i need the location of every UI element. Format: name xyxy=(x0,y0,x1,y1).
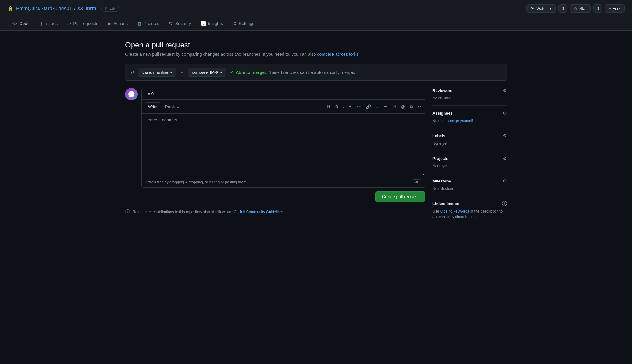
bottom-info: i Remember, contributions to this reposi… xyxy=(125,209,425,214)
tab-projects-label: Projects xyxy=(143,21,159,26)
fork-button[interactable]: ⑂ Fork xyxy=(605,4,625,13)
compare-forks-link[interactable]: compare across forks. xyxy=(317,52,360,57)
italic-icon[interactable]: I xyxy=(342,104,345,110)
repo-path: PmmQuickStartGuides01 / s3_infra xyxy=(16,6,96,11)
preview-tab[interactable]: Preview xyxy=(161,103,183,111)
security-icon: 🛡 xyxy=(169,21,173,26)
reviewers-value: No reviews xyxy=(432,96,451,100)
create-pr-button[interactable]: Create pull request xyxy=(375,191,425,202)
merge-auto-text: These branches can be automatically merg… xyxy=(268,70,357,75)
tab-insights[interactable]: 📈 Insights xyxy=(196,17,228,30)
issues-icon: ◎ xyxy=(40,21,43,26)
sidebar-milestone-section: Milestone ⚙ No milestone xyxy=(432,173,507,196)
merge-status: ✓ Able to merge. These branches can be a… xyxy=(230,69,357,75)
heading-icon[interactable]: H xyxy=(326,104,331,110)
repo-name-link[interactable]: s3_infra xyxy=(77,6,96,11)
merge-check-icon: ✓ xyxy=(230,69,234,75)
base-branch-dropdown[interactable]: base: mainline ▾ xyxy=(138,68,176,77)
code-icon: <> xyxy=(12,21,17,26)
sidebar-linked-issues-section: Linked issues i Use Closing keywords in … xyxy=(432,196,507,220)
toolbar-icons: H B I ❝ <> 🔗 ≡ ≔ ☑ @ ⧉ ↩ xyxy=(326,103,422,110)
repo-owner-link[interactable]: PmmQuickStartGuides01 xyxy=(16,6,72,11)
sidebar-assignees-section: Assignees ⚙ No one—assign yourself xyxy=(432,106,507,128)
milestone-gear-icon[interactable]: ⚙ xyxy=(503,178,507,183)
labels-value: None yet xyxy=(432,141,447,146)
compare-branch-label: compare: IM-9 xyxy=(192,70,218,75)
star-button[interactable]: ☆ Star xyxy=(570,4,591,13)
pr-form-main: Write Preview H B I ❝ <> 🔗 ≡ ≔ ☑ @ xyxy=(125,88,425,220)
assignees-gear-icon[interactable]: ⚙ xyxy=(503,111,507,116)
linked-issues-info-icon: i xyxy=(502,201,507,206)
linked-issues-text: Use Closing keywords in the description … xyxy=(432,208,507,220)
avatar-icon xyxy=(128,90,135,98)
watch-count: 0 xyxy=(558,4,567,13)
file-attach-area: Attach files by dragging & dropping, sel… xyxy=(142,177,425,187)
bold-icon[interactable]: B xyxy=(334,104,339,110)
reviewers-header: Reviewers ⚙ xyxy=(432,88,507,93)
link-icon[interactable]: 🔗 xyxy=(365,104,372,110)
linked-issues-title: Linked issues xyxy=(432,201,459,206)
closing-keywords-link[interactable]: Closing keywords xyxy=(440,209,469,213)
community-guidelines-link[interactable]: GitHub Community Guidelines xyxy=(234,210,283,214)
code-icon[interactable]: <> xyxy=(355,104,362,110)
bullet-list-icon[interactable]: ≡ xyxy=(375,104,380,110)
base-branch-label: base: mainline xyxy=(142,70,168,75)
markdown-icon: MD xyxy=(413,179,421,185)
main-content: Open a pull request Create a new pull re… xyxy=(118,31,514,230)
watch-button[interactable]: 👁 Watch ▾ xyxy=(526,4,555,13)
merge-able-text: Able to merge. xyxy=(236,70,266,75)
compare-branch-dropdown[interactable]: compare: IM-9 ▾ xyxy=(188,68,226,77)
milestone-title: Milestone xyxy=(432,179,451,183)
tab-insights-label: Insights xyxy=(208,21,223,26)
tab-issues[interactable]: ◎ Issues xyxy=(35,17,63,30)
quote-icon[interactable]: ❝ xyxy=(348,104,353,110)
repo-nav: <> Code ◎ Issues ⇄ Pull requests ▶ Actio… xyxy=(0,17,632,31)
settings-icon: ⚙ xyxy=(233,21,237,26)
tab-security-label: Security xyxy=(175,21,191,26)
editor-toolbar: Write Preview H B I ❝ <> 🔗 ≡ ≔ ☑ @ xyxy=(142,100,425,114)
tab-code[interactable]: <> Code xyxy=(7,17,35,30)
task-list-icon[interactable]: ☑ xyxy=(391,104,397,110)
cross-ref-icon[interactable]: ⧉ xyxy=(409,103,414,110)
branch-selector-area: ⇄ base: mainline ▾ ← compare: IM-9 ▾ ✓ A… xyxy=(125,64,507,81)
tab-issues-label: Issues xyxy=(45,21,58,26)
reviewers-gear-icon[interactable]: ⚙ xyxy=(503,88,507,93)
tab-pull-requests[interactable]: ⇄ Pull requests xyxy=(63,17,103,30)
tab-security[interactable]: 🛡 Security xyxy=(164,17,196,30)
form-actions: Create pull request xyxy=(125,191,425,202)
assignees-title: Assignees xyxy=(432,111,453,116)
info-icon: i xyxy=(125,209,130,214)
star-icon: ☆ xyxy=(574,6,577,11)
milestone-value: No milestone xyxy=(432,186,454,191)
tab-actions[interactable]: ▶ Actions xyxy=(103,17,133,30)
mention-icon[interactable]: @ xyxy=(400,104,406,110)
assignees-value[interactable]: No one—assign yourself xyxy=(432,119,473,123)
tab-code-label: Code xyxy=(19,21,29,26)
user-avatar xyxy=(125,88,138,100)
pr-sidebar: Reviewers ⚙ No reviews Assignees ⚙ No on… xyxy=(432,88,507,220)
pr-body-textarea[interactable] xyxy=(142,114,425,176)
header-actions: 👁 Watch ▾ 0 ☆ Star 0 ⑂ Fork xyxy=(526,4,625,13)
tab-projects[interactable]: ▦ Projects xyxy=(133,17,164,30)
labels-gear-icon[interactable]: ⚙ xyxy=(503,133,507,138)
pr-form-container: Write Preview H B I ❝ <> 🔗 ≡ ≔ ☑ @ xyxy=(125,88,507,220)
sidebar-projects-section: Projects ⚙ None yet xyxy=(432,151,507,173)
labels-header: Labels ⚙ xyxy=(432,133,507,138)
insights-icon: 📈 xyxy=(201,21,206,26)
pr-title-input[interactable] xyxy=(142,88,425,100)
sidebar-labels-section: Labels ⚙ None yet xyxy=(432,128,507,151)
labels-title: Labels xyxy=(432,134,445,138)
projects-title: Projects xyxy=(432,156,448,161)
dropdown-chevron-icon: ▾ xyxy=(170,70,172,75)
star-label: Star xyxy=(579,6,587,11)
sidebar-reviewers-section: Reviewers ⚙ No reviews xyxy=(432,88,507,106)
write-tab[interactable]: Write xyxy=(144,102,161,111)
tab-settings[interactable]: ⚙ Settings xyxy=(228,17,260,30)
compare-dropdown-chevron-icon: ▾ xyxy=(220,70,222,75)
pr-icon: ⇄ xyxy=(68,21,71,26)
assignees-header: Assignees ⚙ xyxy=(432,111,507,116)
arrow-left-icon: ← xyxy=(180,70,184,75)
undo-icon[interactable]: ↩ xyxy=(416,104,422,110)
numbered-list-icon[interactable]: ≔ xyxy=(382,104,388,110)
projects-gear-icon[interactable]: ⚙ xyxy=(503,156,507,161)
